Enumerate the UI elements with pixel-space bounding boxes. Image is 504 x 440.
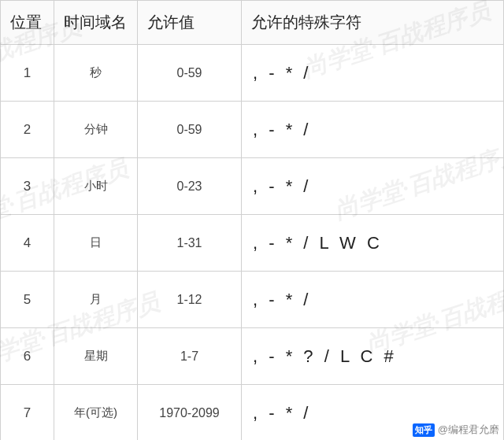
cell-special: , - * / <box>242 102 504 158</box>
table-row: 7年(可选)1970-2099, - * / <box>1 385 504 441</box>
cron-fields-table: 位置 时间域名 允许值 允许的特殊字符 1秒0-59, - * /2分钟0-59… <box>0 0 504 440</box>
table-body: 1秒0-59, - * /2分钟0-59, - * /3小时0-23, - * … <box>1 45 504 441</box>
cell-field: 日 <box>54 215 138 272</box>
header-field: 时间域名 <box>54 1 138 45</box>
cell-position: 5 <box>1 272 54 328</box>
cell-allowed: 0-59 <box>138 102 242 158</box>
cell-position: 7 <box>1 385 54 441</box>
cell-special: , - * / <box>242 272 504 328</box>
cell-special: , - * ? / L C # <box>242 328 504 385</box>
table-header-row: 位置 时间域名 允许值 允许的特殊字符 <box>1 1 504 45</box>
cell-position: 1 <box>1 45 54 102</box>
table-row: 6星期1-7, - * ? / L C # <box>1 328 504 385</box>
cell-special: , - * / <box>242 45 504 102</box>
header-allowed: 允许值 <box>138 1 242 45</box>
cell-position: 6 <box>1 328 54 385</box>
cell-allowed: 0-23 <box>138 158 242 215</box>
cell-special: , - * / <box>242 385 504 441</box>
table-row: 3小时0-23, - * / <box>1 158 504 215</box>
cell-field: 分钟 <box>54 102 138 158</box>
cell-allowed: 0-59 <box>138 45 242 102</box>
cell-allowed: 1970-2099 <box>138 385 242 441</box>
cell-position: 3 <box>1 158 54 215</box>
cell-field: 星期 <box>54 328 138 385</box>
cell-field: 年(可选) <box>54 385 138 441</box>
cell-position: 2 <box>1 102 54 158</box>
cell-position: 4 <box>1 215 54 272</box>
cell-field: 月 <box>54 272 138 328</box>
table-row: 2分钟0-59, - * / <box>1 102 504 158</box>
header-position: 位置 <box>1 1 54 45</box>
cell-allowed: 1-12 <box>138 272 242 328</box>
header-special: 允许的特殊字符 <box>242 1 504 45</box>
table-row: 1秒0-59, - * / <box>1 45 504 102</box>
cell-special: , - * / <box>242 158 504 215</box>
cell-allowed: 1-31 <box>138 215 242 272</box>
cell-field: 秒 <box>54 45 138 102</box>
cell-special: , - * / L W C <box>242 215 504 272</box>
cell-allowed: 1-7 <box>138 328 242 385</box>
cell-field: 小时 <box>54 158 138 215</box>
table-row: 5月1-12, - * / <box>1 272 504 328</box>
table-row: 4日1-31, - * / L W C <box>1 215 504 272</box>
